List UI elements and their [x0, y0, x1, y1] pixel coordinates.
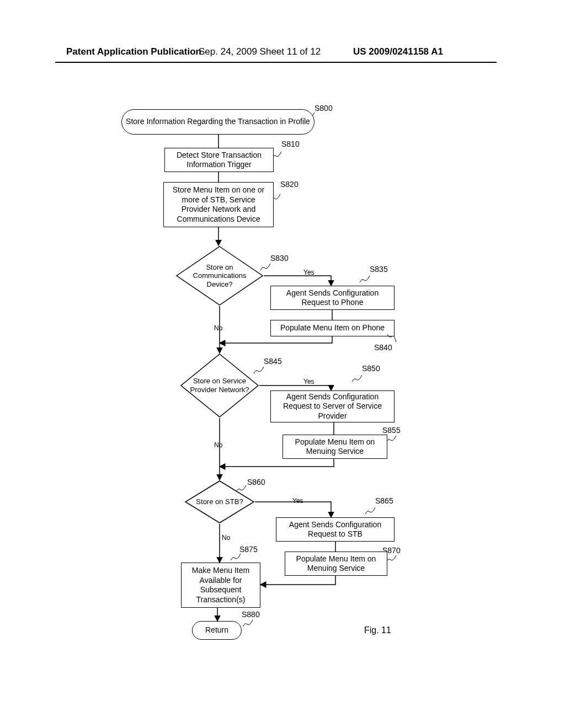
- leader-s845: [254, 367, 265, 374]
- ref-s875: S875: [239, 545, 258, 554]
- header-middle: Sep. 24, 2009 Sheet 11 of 12: [199, 46, 321, 57]
- flow-process-s820: Store Menu Item on one or more of STB, S…: [163, 182, 274, 227]
- edge-yes-s830: Yes: [303, 269, 315, 276]
- flow-process-s840: Populate Menu Item on Phone: [270, 320, 395, 336]
- ref-s880: S880: [242, 610, 260, 619]
- leader-s865: [365, 507, 376, 515]
- flow-process-s865: Agent Sends Configuration Request to STB: [276, 517, 395, 542]
- header-rule: [55, 62, 497, 63]
- ref-s820: S820: [280, 180, 299, 189]
- leader-s875: [231, 554, 242, 561]
- flow-decision-s845-text: Store on Service Provider Network?: [180, 353, 259, 418]
- ref-s830: S830: [270, 254, 289, 263]
- flow-process-s850: Agent Sends Configuration Request to Ser…: [270, 390, 395, 422]
- ref-s860: S860: [247, 478, 265, 486]
- flow-decision-s830-text: Store on Communications Device?: [175, 245, 264, 306]
- header-right: US 2009/0241158 A1: [353, 46, 443, 57]
- edge-no-s830: No: [214, 324, 222, 332]
- flow-process-s855: Populate Menu Item on Menuing Service: [282, 435, 387, 459]
- flow-process-s870: Populate Menu Item on Menuing Service: [285, 552, 387, 576]
- header-left: Patent Application Publication: [66, 46, 201, 57]
- leader-s830: [260, 264, 271, 271]
- leader-s880: [243, 620, 254, 628]
- flow-decision-s845: Store on Service Provider Network?: [180, 353, 259, 418]
- ref-s835: S835: [370, 265, 388, 274]
- leader-s855: [386, 436, 397, 443]
- leader-s835: [360, 276, 371, 283]
- ref-s845: S845: [264, 357, 282, 366]
- figure-label: Fig. 11: [364, 625, 391, 635]
- flow-start-s800: Store Information Regarding the Transact…: [121, 109, 315, 135]
- edge-yes-s860: Yes: [292, 497, 303, 505]
- leader-s850: [352, 375, 363, 383]
- flow-process-s835: Agent Sends Configuration Request to Pho…: [270, 286, 395, 310]
- ref-s840: S840: [374, 343, 392, 352]
- ref-s800: S800: [315, 104, 333, 113]
- flow-process-s875: Make Menu Item Available for Subsequent …: [181, 563, 260, 608]
- leader-s840: [386, 334, 397, 344]
- edge-no-s845: No: [214, 441, 222, 449]
- flow-terminator-return: Return: [192, 621, 242, 640]
- ref-s850: S850: [362, 364, 380, 373]
- flow-process-s810: Detect Store Transaction Information Tri…: [164, 148, 274, 172]
- ref-s865: S865: [375, 496, 393, 505]
- leader-s870: [386, 555, 397, 563]
- leader-s860: [236, 485, 247, 493]
- page: Patent Application Publication Sep. 24, …: [0, 0, 565, 728]
- flow-decision-s830: Store on Communications Device?: [175, 245, 264, 306]
- ref-s855: S855: [382, 426, 401, 435]
- edge-yes-s845: Yes: [303, 378, 315, 386]
- edge-no-s860: No: [222, 534, 230, 542]
- ref-s810: S810: [281, 140, 300, 148]
